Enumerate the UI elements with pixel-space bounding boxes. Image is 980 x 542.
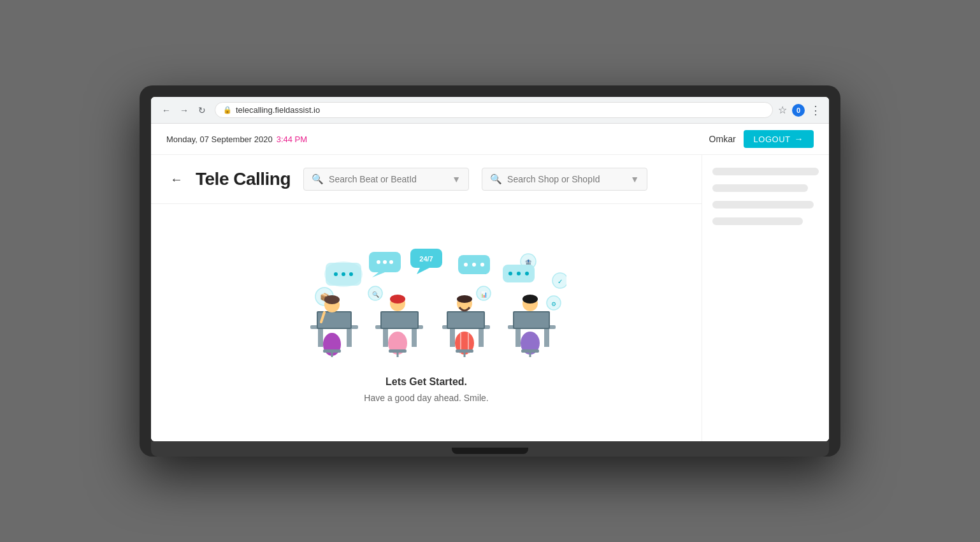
svg-point-25 bbox=[517, 272, 521, 275]
profile-button[interactable]: 0 bbox=[792, 104, 805, 117]
content-nav: ← Tele Calling 🔍 ▼ 🔍 ▼ bbox=[151, 155, 702, 204]
shop-search-input[interactable] bbox=[507, 174, 625, 184]
svg-point-65 bbox=[457, 295, 472, 303]
svg-text:✓: ✓ bbox=[558, 278, 563, 285]
svg-text:📊: 📊 bbox=[480, 291, 488, 298]
svg-point-40 bbox=[324, 295, 340, 304]
page-title: Tele Calling bbox=[196, 169, 291, 189]
svg-rect-53 bbox=[389, 349, 407, 353]
svg-point-8 bbox=[389, 260, 393, 264]
shop-dropdown-arrow-icon[interactable]: ▼ bbox=[630, 174, 639, 184]
chrome-right-actions: ☆ 0 ⋮ bbox=[778, 103, 821, 117]
beat-search-icon: 🔍 bbox=[312, 173, 324, 185]
svg-point-2 bbox=[334, 272, 338, 276]
star-icon[interactable]: ☆ bbox=[778, 104, 787, 116]
svg-marker-18 bbox=[417, 268, 429, 274]
shop-search-bar[interactable]: 🔍 ▼ bbox=[482, 168, 647, 191]
header-left: Monday, 07 September 2020 3:44 PM bbox=[166, 135, 307, 144]
svg-rect-47 bbox=[412, 329, 417, 347]
right-sidebar bbox=[702, 155, 829, 441]
sidebar-line-4 bbox=[712, 217, 803, 225]
back-nav-button[interactable]: ← bbox=[159, 103, 174, 118]
back-arrow-icon: ← bbox=[170, 172, 183, 187]
svg-text:🔍: 🔍 bbox=[372, 291, 380, 298]
shop-search-icon: 🔍 bbox=[490, 173, 502, 185]
sidebar-line-3 bbox=[712, 201, 814, 209]
page-back-button[interactable]: ← bbox=[170, 172, 183, 187]
svg-text:⚙: ⚙ bbox=[551, 301, 556, 307]
tele-calling-illustration: 📦 ✓ 🏦 24/7 bbox=[286, 242, 566, 357]
time-text: 3:44 PM bbox=[277, 135, 307, 144]
svg-rect-77 bbox=[521, 349, 539, 353]
laptop-bottom bbox=[151, 441, 829, 457]
header-right: Omkar LOGOUT → bbox=[709, 130, 814, 148]
svg-text:24/7: 24/7 bbox=[419, 255, 433, 263]
beat-dropdown-arrow-icon[interactable]: ▼ bbox=[452, 174, 461, 184]
svg-rect-57 bbox=[450, 329, 455, 347]
svg-rect-42 bbox=[323, 349, 341, 353]
svg-point-76 bbox=[522, 295, 538, 304]
laptop-notch bbox=[452, 448, 528, 454]
svg-rect-66 bbox=[456, 349, 473, 353]
svg-rect-35 bbox=[347, 329, 352, 347]
svg-marker-9 bbox=[372, 272, 385, 277]
chrome-nav-buttons: ← → ↻ bbox=[159, 103, 210, 118]
forward-nav-button[interactable]: → bbox=[177, 103, 192, 118]
chrome-menu-button[interactable]: ⋮ bbox=[810, 103, 821, 117]
sidebar-line-2 bbox=[712, 184, 808, 192]
beat-search-bar[interactable]: 🔍 ▼ bbox=[303, 168, 469, 191]
beat-search-input[interactable] bbox=[329, 174, 447, 184]
svg-rect-58 bbox=[479, 329, 484, 347]
laptop-outer: ← → ↻ 🔒 telecalling.fieldassist.io ☆ 0 ⋮… bbox=[140, 85, 840, 457]
logout-label: LOGOUT bbox=[754, 135, 791, 144]
logout-button[interactable]: LOGOUT → bbox=[744, 130, 814, 148]
svg-point-52 bbox=[390, 295, 405, 304]
address-bar[interactable]: 🔒 telecalling.fieldassist.io bbox=[215, 102, 773, 118]
logout-icon: → bbox=[795, 134, 804, 144]
empty-state-subtitle: Have a good day ahead. Smile. bbox=[364, 393, 488, 403]
svg-rect-73 bbox=[514, 312, 549, 328]
svg-rect-34 bbox=[318, 329, 323, 347]
svg-point-6 bbox=[377, 260, 380, 264]
svg-rect-46 bbox=[383, 329, 388, 347]
lock-icon: 🔒 bbox=[223, 106, 232, 114]
user-name: Omkar bbox=[709, 134, 736, 144]
laptop-screen: ← → ↻ 🔒 telecalling.fieldassist.io ☆ 0 ⋮… bbox=[151, 97, 829, 441]
svg-rect-60 bbox=[448, 312, 484, 328]
svg-point-21 bbox=[472, 263, 476, 267]
url-text: telecalling.fieldassist.io bbox=[236, 105, 320, 115]
empty-state-title: Lets Get Started. bbox=[386, 376, 467, 388]
svg-point-4 bbox=[349, 272, 353, 276]
app-main: ← Tele Calling 🔍 ▼ 🔍 ▼ bbox=[151, 155, 829, 441]
svg-rect-71 bbox=[544, 329, 549, 347]
reload-button[interactable]: ↻ bbox=[194, 103, 210, 118]
svg-rect-49 bbox=[382, 312, 417, 328]
svg-point-20 bbox=[464, 263, 468, 267]
chrome-browser-bar: ← → ↻ 🔒 telecalling.fieldassist.io ☆ 0 ⋮ bbox=[151, 97, 829, 124]
content-area: ← Tele Calling 🔍 ▼ 🔍 ▼ bbox=[151, 155, 702, 441]
empty-state: 📦 ✓ 🏦 24/7 bbox=[151, 204, 702, 441]
svg-point-24 bbox=[508, 272, 512, 275]
svg-point-22 bbox=[480, 263, 484, 267]
app-header: Monday, 07 September 2020 3:44 PM Omkar … bbox=[151, 124, 829, 155]
sidebar-line-1 bbox=[712, 168, 819, 175]
svg-point-26 bbox=[525, 272, 529, 275]
svg-rect-70 bbox=[515, 329, 521, 347]
svg-point-3 bbox=[342, 272, 345, 276]
date-text: Monday, 07 September 2020 bbox=[166, 135, 273, 144]
svg-point-7 bbox=[383, 260, 387, 264]
